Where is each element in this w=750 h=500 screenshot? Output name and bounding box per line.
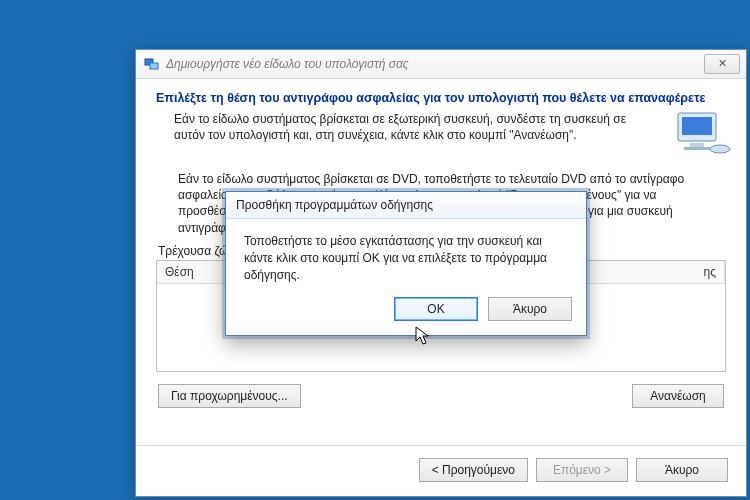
close-button[interactable]: ✕ [704, 54, 740, 74]
dialog-buttons: OK Άκυρο [226, 289, 586, 335]
app-icon [144, 56, 160, 72]
svg-rect-1 [150, 63, 158, 69]
svg-rect-4 [690, 143, 704, 147]
cancel-button[interactable]: Άκυρο [636, 458, 728, 482]
svg-rect-3 [682, 117, 712, 135]
next-button[interactable]: Επόμενο > [536, 458, 628, 482]
dialog-cancel-button[interactable]: Άκυρο [488, 297, 572, 321]
back-button[interactable]: < Προηγούμενο [419, 458, 528, 482]
dialog-body: Τοποθετήστε το μέσο εγκατάστασης για την… [226, 219, 586, 289]
dialog-title: Προσθήκη προγραμμάτων οδήγησης [226, 192, 586, 219]
ok-button[interactable]: OK [394, 297, 478, 321]
mid-button-row: Για προχωρημένους... Ανανέωση [158, 384, 724, 408]
page-heading: Επιλέξτε τη θέση του αντιγράφου ασφαλεία… [156, 91, 726, 105]
svg-rect-5 [684, 147, 710, 150]
intro-text: Εάν το είδωλο συστήματος βρίσκεται σε εξ… [156, 111, 660, 159]
window-title: Δημιουργήστε νέο είδωλο του υπολογιστή σ… [166, 57, 704, 71]
separator [136, 445, 746, 446]
intro-row: Εάν το είδωλο συστήματος βρίσκεται σε εξ… [156, 111, 726, 159]
refresh-button[interactable]: Ανανέωση [632, 384, 724, 408]
titlebar: Δημιουργήστε νέο είδωλο του υπολογιστή σ… [136, 50, 746, 79]
computer-icon [672, 109, 732, 159]
add-drivers-dialog: Προσθήκη προγραμμάτων οδήγησης Τοποθετήσ… [225, 191, 587, 336]
svg-point-6 [710, 145, 730, 153]
advanced-button[interactable]: Για προχωρημένους... [158, 384, 301, 408]
wizard-nav-buttons: < Προηγούμενο Επόμενο > Άκυρο [419, 458, 728, 482]
